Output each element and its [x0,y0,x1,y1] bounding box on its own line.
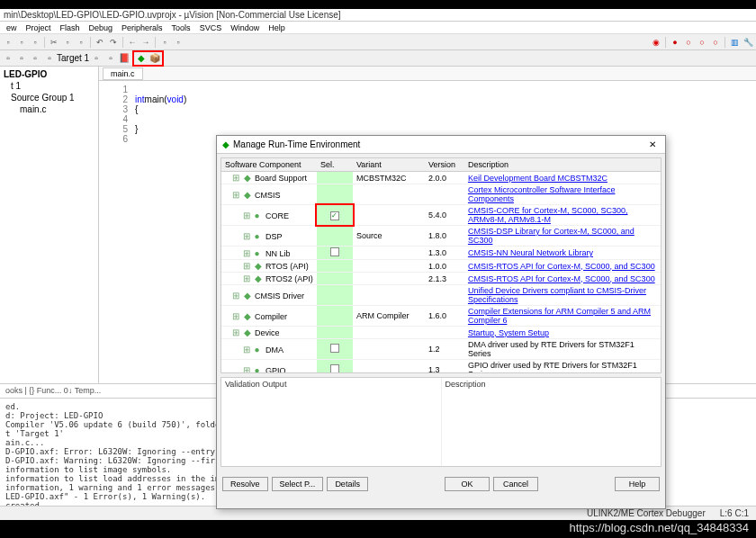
batch-icon[interactable]: ▫ [29,52,41,65]
menu-window[interactable]: Window [226,23,264,32]
rte-icon[interactable]: ◆ [135,52,148,65]
rebuild-icon[interactable]: ▫ [15,52,28,65]
component-row[interactable]: ⊞ ◆ RTOS2 (API)2.1.3CMSIS-RTOS API for C… [221,273,661,285]
rte-highlight: ◆ 📦 [132,50,164,67]
target-select[interactable]: Target 1 [57,53,89,63]
source-group[interactable]: Source Group 1 [2,92,96,103]
sel-checkbox[interactable] [330,344,339,353]
component-row[interactable]: ⊞ ◆ CMSISCortex Microcontroller Software… [221,184,661,205]
editor-tabs: main.c [99,67,756,81]
sel-checkbox[interactable] [330,364,339,373]
breakpoint-icon[interactable]: ● [669,36,681,49]
breakpoint4-icon[interactable]: ○ [709,36,722,49]
col-version[interactable]: Version [425,158,464,172]
cut-icon[interactable]: ✂ [48,36,60,49]
title-bar: min\Desktop\LED-GPIO\LED-GPIO.uvprojx - … [0,9,756,22]
component-row[interactable]: ⊞ ● DMA1.2DMA driver used by RTE Drivers… [221,339,661,360]
paste-icon[interactable]: ▫ [75,36,87,49]
component-row[interactable]: ⊞ ◆ DeviceStartup, System Setup [221,327,661,339]
books-icon[interactable]: 📕 [118,52,130,65]
breakpoint3-icon[interactable]: ○ [696,36,708,49]
menu-debug[interactable]: Debug [85,23,118,32]
save-icon[interactable]: ▫ [29,36,41,49]
menu-peripherals[interactable]: Peripherals [117,23,167,32]
component-row[interactable]: ⊞ ● NN Lib1.3.0CMSIS-NN Neural Network L… [221,247,661,260]
undo-icon[interactable]: ↶ [94,36,106,49]
help-button[interactable]: Help [615,477,660,491]
close-icon[interactable]: ✕ [645,139,660,149]
col-sel[interactable]: Sel. [317,158,353,172]
window-icon[interactable]: ▥ [728,36,741,49]
menu-tools[interactable]: Tools [167,23,195,32]
select-packs-button[interactable]: Select P... [272,477,324,491]
dialog-titlebar[interactable]: ◆ Manage Run-Time Environment ✕ [217,136,665,154]
details-button[interactable]: Details [327,477,368,491]
window-title: min\Desktop\LED-GPIO\LED-GPIO.uvprojx - … [4,10,341,20]
config-icon[interactable]: 🔧 [742,36,754,49]
sel-checkbox[interactable]: ✓ [330,211,339,220]
breakpoint2-icon[interactable]: ○ [682,36,695,49]
component-row[interactable]: ⊞ ● GPIO1.3GPIO driver used by RTE Drive… [221,360,661,374]
resolve-button[interactable]: Resolve [222,477,268,491]
component-row[interactable]: ⊞ ◆ Board SupportMCBSTM32C2.0.0Keil Deve… [221,172,661,184]
menu-flash[interactable]: Flash [56,23,85,32]
dialog-title: Manage Run-Time Environment [233,139,360,149]
manage-icon[interactable]: ▫ [104,52,117,65]
component-row[interactable]: ⊞ ◆ RTOS (API)1.0.0CMSIS-RTOS API for Co… [221,260,661,273]
component-row[interactable]: ⊞ ● DSPSource1.8.0CMSIS-DSP Library for … [221,226,661,247]
file-mainc[interactable]: main.c [2,103,96,115]
debug-icon[interactable]: ◉ [650,36,662,49]
menu-svcs[interactable]: SVCS [195,23,227,32]
col-variant[interactable]: Variant [353,158,425,172]
tab-mainc[interactable]: main.c [103,67,143,80]
rte-dialog-icon: ◆ [222,139,230,149]
options-icon[interactable]: ▫ [90,52,103,65]
col-component[interactable]: Software Component [221,158,317,172]
validation-output-hdr: Validation Output [221,378,441,390]
open-icon[interactable]: ▫ [15,36,28,49]
component-row[interactable]: ⊞ ◆ CMSIS DriverUnified Device Drivers c… [221,285,661,306]
dialog-buttons: Resolve Select P... Details OK Cancel He… [217,471,665,498]
rte-dialog: ◆ Manage Run-Time Environment ✕ Software… [216,135,666,509]
build-toolbar: ▫ ▫ ▫ ▫ Target 1 ▫ ▫ 📕 ◆ 📦 [0,50,756,67]
sel-checkbox[interactable] [330,247,339,256]
find-icon[interactable]: ▫ [172,36,184,49]
new-icon[interactable]: ▫ [2,36,14,49]
project-root[interactable]: LED-GPIO [2,68,96,80]
menu-bar: ew Project Flash Debug Peripherals Tools… [0,22,756,34]
download-icon[interactable]: ▫ [43,52,56,65]
menu-view[interactable]: ew [2,23,22,32]
main-toolbar: ▫ ▫ ▫ ✂ ▫ ▫ ↶ ↷ ← → ▫ ▫ ◉ ● ○ ○ ○ ▥ 🔧 [0,34,756,50]
back-icon[interactable]: ← [126,36,139,49]
validation-desc-hdr: Description [442,378,662,390]
bookmark-icon[interactable]: ▫ [158,36,171,49]
build-icon[interactable]: ▫ [2,52,14,65]
ok-button[interactable]: OK [445,477,490,491]
component-row[interactable]: ⊞ ◆ CompilerARM Compiler1.6.0Compiler Ex… [221,306,661,327]
redo-icon[interactable]: ↷ [107,36,120,49]
menu-project[interactable]: Project [22,23,56,32]
status-position: L:6 C:1 [720,508,749,518]
target-node[interactable]: t 1 [2,80,96,92]
component-row[interactable]: ⊞ ● CORE✓5.4.0CMSIS-CORE for Cortex-M, S… [221,205,661,226]
cancel-button[interactable]: Cancel [493,477,538,491]
watermark: https://blog.csdn.net/qq_34848334 [570,521,750,534]
fwd-icon[interactable]: → [140,36,152,49]
col-desc[interactable]: Description [464,158,661,172]
copy-icon[interactable]: ▫ [61,36,74,49]
component-grid[interactable]: Software Component Sel. Variant Version … [220,157,662,373]
status-debugger: ULINK2/ME Cortex Debugger [587,508,706,518]
validation-panel: Validation Output Description [220,377,662,467]
menu-help[interactable]: Help [264,23,290,32]
pack-icon[interactable]: 📦 [148,52,161,65]
project-tree[interactable]: LED-GPIO t 1 Source Group 1 main.c [0,67,99,383]
